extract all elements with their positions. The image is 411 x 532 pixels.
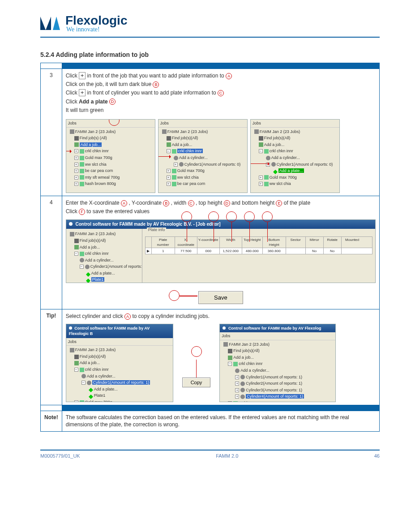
tree-item[interactable]: ww slct chia xyxy=(85,162,107,167)
txt: to copy a cylinder including jobs. xyxy=(132,313,210,319)
tree-item[interactable]: crkl chkn innr xyxy=(85,367,109,372)
tree-addcyl[interactable]: Add a cylinder... xyxy=(87,374,116,378)
tree-find[interactable]: Find job(s)(All) xyxy=(172,136,198,140)
tree-addplate[interactable]: Add a plate... xyxy=(278,168,304,173)
tree-addcyl[interactable]: Add a cylinder... xyxy=(271,155,300,160)
plus-box: + xyxy=(79,89,86,96)
expand-box[interactable]: + xyxy=(167,176,171,180)
tree-root[interactable]: FAMM Jan 2 (23 Jobs) xyxy=(167,129,208,134)
tree-item[interactable]: ww slct chia xyxy=(270,181,291,186)
tree-item[interactable]: hash brown 800g xyxy=(85,181,116,186)
tree-cyl[interactable]: Cylinder1(Amount of reports: 1) xyxy=(90,264,142,269)
marker: B xyxy=(153,82,159,88)
txt: Select cylinder and click xyxy=(66,313,123,319)
expand-box[interactable]: + xyxy=(74,163,78,167)
grid-row[interactable]: ▶ 1 77.500 000 1,522.000 480.000 360.800… xyxy=(145,248,372,254)
tree-addjob[interactable]: Add a job... xyxy=(264,142,285,147)
tree-item[interactable]: crkl chkn innr xyxy=(239,361,262,366)
tree-cyl[interactable]: Cylinder1(Amount of reports: 1) xyxy=(246,375,302,379)
expand-box[interactable]: + xyxy=(167,182,171,186)
tree-addjob[interactable]: Add a job... xyxy=(172,142,193,147)
tree-cyl-selected[interactable]: Cylinder1(Amount of reports: 1) xyxy=(92,380,150,385)
txt: Click xyxy=(66,73,77,79)
expand-box[interactable]: + xyxy=(74,169,78,173)
arrow xyxy=(66,151,71,152)
tree-item[interactable]: crkl chkn innr xyxy=(85,251,109,256)
tree-item-selected[interactable]: crkl chkn innr xyxy=(177,149,203,153)
marker: C xyxy=(188,200,194,206)
row-num xyxy=(41,63,62,69)
expand-box[interactable]: + xyxy=(174,163,178,167)
tree-root[interactable]: FAMM Jan 2 (23 Jobs) xyxy=(75,129,116,134)
tree-cyl[interactable]: Cylinder2(Amount of reports: 1) xyxy=(246,381,302,386)
tree-item[interactable]: Gold max 700g xyxy=(85,155,112,160)
tip-label: Tip! xyxy=(41,309,62,405)
expand-box[interactable]: + xyxy=(167,169,171,173)
tree-addjob[interactable]: Add a job... xyxy=(80,360,100,365)
tree-item[interactable]: crkl chkn innr xyxy=(85,149,109,153)
step4-cell: Enter the X-coordinate A , Y-coordinate … xyxy=(62,196,379,309)
tree-root[interactable]: FAMM Jan 2 (23 Jobs) xyxy=(75,348,116,352)
tree-addjob[interactable]: Add a job... xyxy=(80,142,102,147)
tree-find[interactable]: Find job(s)(All) xyxy=(80,354,106,359)
tree-cyl[interactable]: Cylinder1(Amount of reports: 0) xyxy=(184,162,241,167)
expand-box[interactable]: − xyxy=(259,149,263,153)
tree-root[interactable]: FAMM Jan 2 (23 Jobs) xyxy=(75,232,116,236)
tree-find[interactable]: Find job(s)(All) xyxy=(264,136,291,140)
tree-addcyl[interactable]: Add a cylinder... xyxy=(240,368,269,373)
job-editor-tree: FAMM Jan 2 (23 Jobs) Find job(s)(All) Ad… xyxy=(66,229,142,283)
marker-circle xyxy=(262,211,273,222)
expand-box[interactable]: + xyxy=(259,176,263,180)
tree-find[interactable]: Find job(s)(All) xyxy=(80,238,106,243)
tree-item[interactable]: Gold max 700g xyxy=(85,400,112,402)
panel-titlebar: Control software for FAMM made by AV Fle… xyxy=(220,324,335,333)
tip-panel-right: Control software for FAMM made by AV Fle… xyxy=(219,324,336,402)
marker: D xyxy=(109,99,116,105)
tree-find[interactable]: Find job(s)(All) xyxy=(233,348,260,353)
tree-item[interactable]: Gold max 700g xyxy=(239,401,266,402)
note-text: The software calculates the correction b… xyxy=(62,411,379,432)
tree-addjob[interactable]: Add a job... xyxy=(233,355,254,360)
marker-circle xyxy=(226,211,237,222)
tree-panel-3: Jobs FAMM Jan 2 (23 Jobs) Find job(s)(Al… xyxy=(250,119,340,193)
expand-box[interactable]: + xyxy=(74,176,78,180)
tree-root[interactable]: FAMM Jan 2 (23 Jobs) xyxy=(229,342,270,347)
arrow xyxy=(158,156,170,157)
tree-cyl[interactable]: Cylinder1(Amount of reports: 0) xyxy=(277,162,333,167)
expand-box[interactable]: − xyxy=(167,149,171,153)
tree-item[interactable]: ww slct chia xyxy=(177,175,199,180)
copy-button[interactable]: Copy xyxy=(182,378,211,387)
txt: , width xyxy=(171,200,187,206)
tree-addcyl[interactable]: Add a cylinder... xyxy=(179,155,208,160)
expand-box[interactable]: + xyxy=(259,182,263,186)
expand-box[interactable]: + xyxy=(74,156,78,160)
tree-item[interactable]: be car pea corn xyxy=(85,168,113,173)
tree-addjob[interactable]: Add a job... xyxy=(80,245,100,249)
tree-plate[interactable]: Plate1 xyxy=(94,393,106,398)
tree-plate-selected[interactable]: Plate1 xyxy=(91,277,105,282)
tree-cyl[interactable]: Cylinder3(Amount of reports: 1) xyxy=(246,388,302,392)
tree-item[interactable]: mty sft wmeal 700g xyxy=(85,175,120,180)
txt: in front of the job that you want to add… xyxy=(87,73,224,79)
tree-panel-2: Jobs FAMM Jan 2 (23 Jobs) Find job(s)(Al… xyxy=(158,119,248,193)
tree-panel-1: Jobs FAMM Jan 2 (23 Jobs) Find job(s) (A… xyxy=(66,119,155,193)
expand-box[interactable]: + xyxy=(74,149,78,153)
tip-panel-left: Control software for FAMM made by AV Fle… xyxy=(66,324,173,402)
tree-find[interactable]: Find job(s) (All) xyxy=(80,136,107,140)
expand-box[interactable]: + xyxy=(74,182,78,186)
tree-root[interactable]: FAMM Jan 2 (23 Jobs) xyxy=(260,129,300,134)
txt: Click on the job, it will turn dark blue xyxy=(66,81,151,87)
tree-addplate[interactable]: Add a plate... xyxy=(94,387,118,391)
tree-item[interactable]: Gold max 700g xyxy=(270,175,297,180)
txt: , top height xyxy=(196,200,222,206)
tree-addcyl[interactable]: Add a cylinder... xyxy=(85,258,114,262)
tree-item[interactable]: be car pea corn xyxy=(177,181,206,186)
tree-item[interactable]: crkl chkn innr xyxy=(270,149,293,153)
logo-mark xyxy=(40,17,61,30)
tree-item[interactable]: Gold max 700g xyxy=(177,168,205,173)
tree-addplate[interactable]: Add a plate... xyxy=(91,271,115,275)
tree-cyl-selected[interactable]: Cylinder4(Amount of reports: 1) xyxy=(246,394,304,399)
marker-line xyxy=(180,296,197,296)
save-button[interactable]: Save xyxy=(198,291,243,304)
marker-line xyxy=(231,222,232,242)
